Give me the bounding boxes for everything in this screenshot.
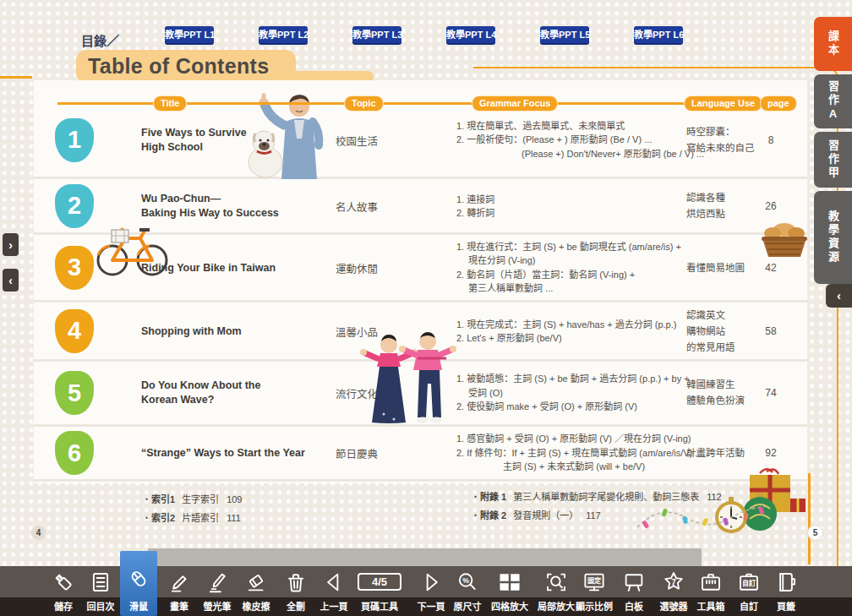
star-icon: 7 [655, 566, 692, 597]
ppt-button-l2[interactable]: 教學PPT L2 [259, 26, 308, 43]
lesson-page-number: 26 [752, 200, 789, 212]
svg-text:自訂: 自訂 [742, 578, 756, 586]
appendix-entry-page: 112 [707, 492, 722, 502]
lesson-number-badge: 4 [55, 309, 94, 353]
tool-highlighter[interactable]: 螢光筆 [199, 566, 236, 616]
tab-workbook-a-label: 習作A [825, 80, 841, 123]
tool-label: 選號器 [655, 597, 692, 616]
collapse-tabs-button[interactable]: ‹ [826, 284, 852, 308]
tool-next-page[interactable]: 下一頁 [412, 566, 450, 616]
ppt-button-l1[interactable]: 教學PPT L1 [165, 26, 214, 43]
lesson-language-use: 計畫跨年活動 [686, 445, 761, 461]
ppt-button-l3[interactable]: 教學PPT L3 [352, 26, 401, 43]
chevron-left-icon: ‹ [837, 289, 841, 303]
lesson-topic: 名人故事 [336, 198, 412, 214]
ppt-button-l6[interactable]: 教學PPT L6 [634, 26, 683, 43]
list-icon [82, 566, 119, 597]
lesson-language-use: 認識各種 烘焙西點 [686, 190, 761, 222]
page-border-line [0, 76, 32, 79]
index-entry: 索引2片語索引111 [142, 509, 242, 527]
index-list: 索引1生字索引109索引2片語索引111 [142, 490, 242, 527]
tool-number-picker[interactable]: 7選號器 [655, 566, 692, 616]
lesson-row-1[interactable]: 1Five Ways to Survive High School校園生活1. … [34, 103, 807, 179]
highlighter-icon [199, 566, 236, 597]
tool-label: 全刪 [277, 597, 314, 616]
tool-pen[interactable]: 畫筆 [161, 566, 198, 616]
triangle-left-icon [315, 566, 352, 597]
tool-label: 橡皮擦 [238, 597, 275, 616]
page-indicator[interactable]: 4/5 [358, 573, 401, 591]
pencil-icon [161, 566, 198, 597]
svg-text:%: % [462, 575, 469, 584]
tool-original-size[interactable]: %原尺寸 [449, 566, 486, 616]
tab-workbook-a[interactable]: 習作A [814, 74, 852, 128]
tool-eraser[interactable]: 橡皮擦 [238, 566, 275, 616]
tool-mouse[interactable]: 滑鼠 [120, 551, 157, 616]
tool-label: 儲存 [45, 597, 82, 616]
toolbar: 儲存回目次滑鼠畫筆螢光筆橡皮擦全刪上一頁4/5頁碼工具下一頁%原尺寸四格放大局部… [0, 566, 852, 616]
tool-label: 四格放大 [491, 597, 528, 616]
tab-textbook-label: 課本 [825, 30, 841, 57]
illustration-bicycle [93, 211, 171, 284]
tool-prev-page[interactable]: 上一頁 [315, 566, 352, 616]
page-number-left: 4 [31, 526, 46, 540]
page-box: 4/5 [350, 566, 409, 597]
lesson-language-use: 韓國練習生 體驗角色扮演 [686, 377, 761, 409]
tool-label: 畫筆 [161, 597, 198, 616]
tool-label: 自訂 [730, 597, 767, 616]
tool-page-tabs[interactable]: 頁籤 [767, 566, 805, 616]
tool-display-ratio[interactable]: 固定顯示比例 [576, 566, 613, 616]
tool-back-to-toc[interactable]: 回目次 [82, 566, 119, 616]
tool-label: 工具箱 [692, 597, 729, 616]
tool-toolbox[interactable]: 工具箱 [692, 566, 729, 616]
lesson-title: Do You Know About the Korean Wave? [141, 379, 323, 407]
tool-save[interactable]: 儲存 [45, 566, 82, 616]
tool-page-tool[interactable]: 4/5頁碼工具 [350, 566, 409, 616]
tool-label: 下一頁 [412, 597, 450, 616]
magnifier-percent-icon: % [449, 566, 486, 597]
tool-partial-zoom[interactable]: 局部放大 [538, 566, 575, 616]
nav-forward-button[interactable]: › [3, 233, 19, 256]
appendix-entry-label: 附錄 1 [480, 492, 506, 502]
lesson-number-badge: 6 [55, 431, 94, 475]
index-entry-text: 片語索引 [182, 513, 219, 523]
lesson-language-use: 看懂簡易地圖 [686, 259, 761, 275]
index-entry: 索引1生字索引109 [142, 490, 242, 509]
tab-workbook-jia[interactable]: 習作甲 [814, 132, 852, 188]
index-entry-text: 生字索引 [182, 494, 219, 504]
lesson-grammar: 1. 現在完成式：主詞 (S) + have/has + 過去分詞 (p.p.)… [456, 317, 718, 345]
appendix-entry: 附錄 2發音規則（一）117 [471, 506, 722, 525]
ppt-button-l5[interactable]: 教學PPT L5 [540, 26, 589, 43]
whiteboard-icon [615, 566, 653, 597]
lesson-number-badge: 5 [55, 371, 94, 415]
lesson-title: Shopping with Mom [141, 324, 323, 338]
triangle-right-icon [412, 566, 450, 597]
tool-label: 顯示比例 [576, 597, 613, 616]
tool-custom[interactable]: 自訂自訂 [730, 566, 767, 616]
booklet-icon [767, 566, 805, 597]
lesson-page-number: 92 [752, 447, 789, 459]
grid-icon [491, 566, 528, 597]
appendix-entry-text: 發音規則（一） [513, 510, 578, 521]
tool-label: 滑鼠 [120, 597, 157, 616]
lesson-page-number: 8 [752, 134, 789, 146]
monitor-icon: 固定 [576, 566, 613, 597]
tab-textbook[interactable]: 課本 [814, 17, 852, 71]
appendix-list: 附錄 1第三人稱單數動詞字尾變化規則、動詞三態表112附錄 2發音規則（一）11… [471, 488, 722, 525]
tool-four-grid-zoom[interactable]: 四格放大 [491, 566, 528, 616]
chevron-right-icon: › [8, 238, 13, 252]
lesson-topic: 校園生活 [336, 132, 412, 148]
lesson-grammar: 1. 連接詞 2. 轉折詞 [456, 192, 718, 220]
tab-workbook-jia-label: 習作甲 [825, 139, 841, 180]
lesson-grammar: 1. 現在簡單式、過去簡單式、未來簡單式 2. 一般祈使句：(Please + … [456, 119, 718, 161]
tool-whiteboard[interactable]: 白板 [615, 566, 653, 616]
ppt-button-l4[interactable]: 教學PPT L4 [446, 26, 495, 43]
column-header-language-use: Language Use [684, 95, 762, 112]
toolbox-icon [692, 566, 729, 597]
tab-teaching-resources[interactable]: 教學資源 [814, 191, 852, 284]
column-header-topic: Topic [344, 95, 384, 112]
nav-back-button[interactable]: ‹ [3, 269, 19, 292]
ppt-button-row: 教學PPT L1教學PPT L2教學PPT L3教學PPT L4教學PPT L5… [165, 26, 683, 43]
lesson-page-number: 74 [752, 387, 789, 399]
tool-delete-all[interactable]: 全刪 [277, 566, 314, 616]
